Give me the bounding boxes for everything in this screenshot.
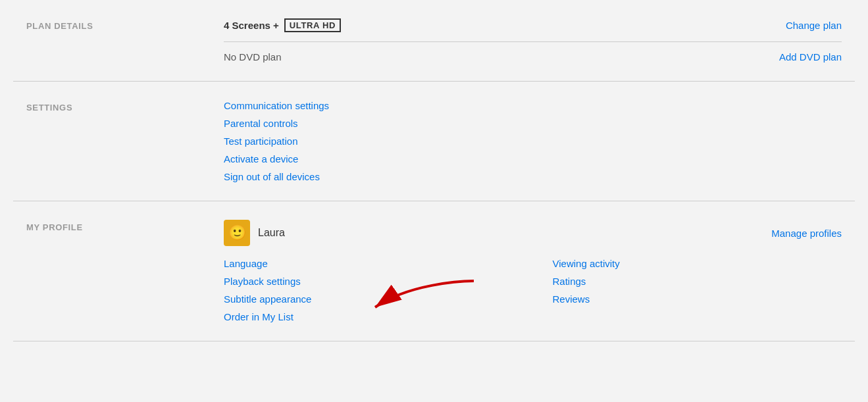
screens-label: 4 Screens + [224, 20, 279, 31]
profile-name: Laura [258, 227, 285, 239]
playback-settings-link[interactable]: Playback settings [224, 276, 513, 287]
plan-details-content: 4 Screens + ULTRA HD Change plan No DVD … [224, 18, 842, 63]
profile-label: MY PROFILE [26, 220, 224, 322]
plan-details-label: PLAN DETAILS [26, 18, 224, 63]
viewing-activity-link[interactable]: Viewing activity [553, 258, 842, 269]
test-participation-link[interactable]: Test participation [224, 136, 842, 147]
page-container: PLAN DETAILS 4 Screens + ULTRA HD Change… [0, 0, 868, 341]
plan-details-section: PLAN DETAILS 4 Screens + ULTRA HD Change… [13, 0, 855, 82]
reviews-link[interactable]: Reviews [553, 293, 842, 305]
subtitle-appearance-link[interactable]: Subtitle appearance [224, 293, 513, 305]
profile-right-links: Viewing activity Ratings Reviews [553, 258, 842, 322]
profile-left-links: Language Playback settings Subtitle appe… [224, 258, 513, 322]
language-link[interactable]: Language [224, 258, 513, 269]
add-dvd-link[interactable]: Add DVD plan [779, 51, 842, 63]
communication-settings-link[interactable]: Communication settings [224, 100, 842, 111]
profile-links-grid: Language Playback settings Subtitle appe… [224, 258, 842, 322]
profile-content: 🙂 Laura Manage profiles Language Playbac… [224, 220, 842, 322]
screens-row: 4 Screens + ULTRA HD Change plan [224, 18, 842, 42]
profile-header: 🙂 Laura Manage profiles [224, 220, 842, 246]
dvd-row: No DVD plan Add DVD plan [224, 51, 842, 63]
activate-device-link[interactable]: Activate a device [224, 153, 842, 164]
change-plan-link[interactable]: Change plan [786, 20, 842, 31]
profile-section: MY PROFILE 🙂 Laura Manage profiles Langu… [13, 201, 855, 341]
plan-screens-text: 4 Screens + ULTRA HD [224, 18, 341, 32]
sign-out-all-link[interactable]: Sign out of all devices [224, 171, 842, 182]
settings-content: Communication settings Parental controls… [224, 100, 842, 182]
parental-controls-link[interactable]: Parental controls [224, 118, 842, 129]
ratings-link[interactable]: Ratings [553, 276, 842, 287]
order-in-my-list-link[interactable]: Order in My List [224, 311, 513, 322]
avatar: 🙂 [224, 220, 250, 246]
settings-section: SETTINGS Communication settings Parental… [13, 82, 855, 201]
settings-links-list: Communication settings Parental controls… [224, 100, 842, 182]
profile-left: 🙂 Laura [224, 220, 285, 246]
ultra-hd-badge: ULTRA HD [284, 18, 341, 32]
dvd-text: No DVD plan [224, 51, 282, 63]
manage-profiles-link[interactable]: Manage profiles [771, 228, 842, 239]
settings-label: SETTINGS [26, 100, 224, 182]
